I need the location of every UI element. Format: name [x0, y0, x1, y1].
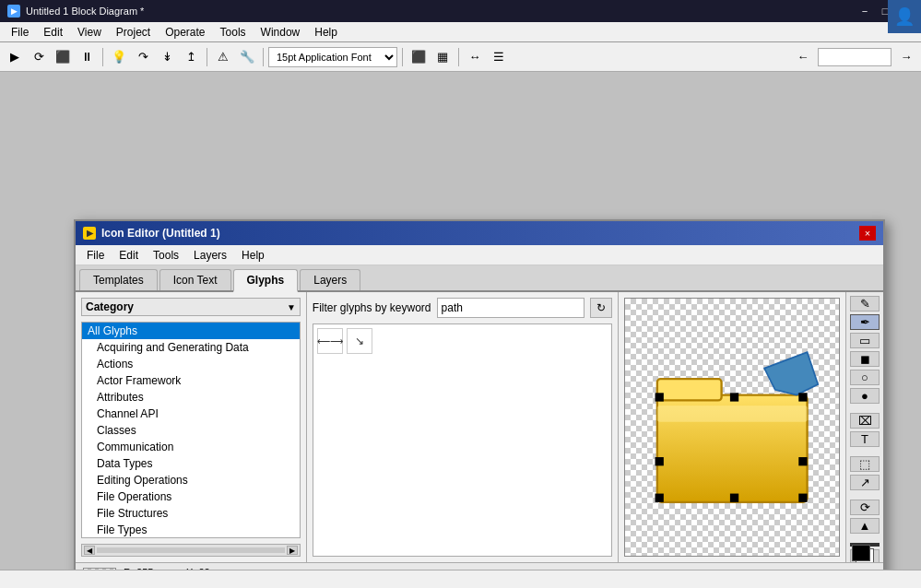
category-item[interactable]: Attributes [82, 389, 300, 406]
icon-editor-dialog: ▶ Icon Editor (Untitled 1) × File Edit T… [74, 219, 885, 588]
filter-refresh-button[interactable]: ↻ [590, 298, 612, 318]
toolbar-pause[interactable]: ⏸ [76, 46, 98, 68]
filter-row: Filter glyphs by keyword ↻ [313, 298, 612, 318]
svg-rect-2 [656, 406, 807, 421]
tab-layers[interactable]: Layers [300, 269, 360, 290]
category-item[interactable]: Acquiring and Generating Data [82, 339, 300, 356]
toolbar-sep4 [402, 48, 403, 66]
category-item[interactable]: Actor Framework [82, 372, 300, 389]
toolbar-run[interactable]: ▶ [4, 46, 26, 68]
tab-glyphs[interactable]: Glyphs [233, 269, 299, 292]
category-label: Category [86, 300, 134, 313]
rect-outline-btn[interactable]: ▭ [850, 333, 880, 348]
tab-templates[interactable]: Templates [79, 269, 158, 290]
font-dropdown[interactable]: 15pt Application Font [268, 47, 397, 67]
ellipse-outline-btn[interactable]: ○ [850, 370, 880, 385]
menu-tools[interactable]: Tools [213, 24, 254, 41]
menu-view[interactable]: View [70, 24, 109, 41]
filter-input[interactable] [437, 298, 584, 318]
dialog-menu-layers[interactable]: Layers [186, 247, 234, 264]
app-title-bar: ▶ Untitled 1 Block Diagram * − □ × [0, 0, 921, 22]
category-item[interactable]: Classes [82, 422, 300, 439]
dialog-close-button[interactable]: × [859, 226, 876, 241]
svg-rect-11 [798, 494, 807, 502]
category-item[interactable]: Editing Operations [82, 472, 300, 488]
menu-file[interactable]: File [4, 24, 36, 41]
toolbar-step-into[interactable]: ↡ [156, 46, 178, 68]
preview-panel [619, 292, 845, 562]
main-toolbar: ▶ ⟳ ⬛ ⏸ 💡 ↷ ↡ ↥ ⚠ 🔧 15pt Application Fon… [0, 42, 921, 72]
eraser-btn[interactable]: ⌧ [850, 413, 880, 429]
dialog-menu-help[interactable]: Help [234, 247, 272, 264]
hscroll-right-btn[interactable]: ▶ [287, 546, 298, 555]
toolbar-align[interactable]: ⬛ [407, 46, 430, 68]
dialog-body: Category ▼ All GlyphsAcquiring and Gener… [76, 292, 883, 562]
toolbar-abort[interactable]: ⬛ [52, 46, 74, 68]
toolbar-highlight[interactable]: 💡 [108, 46, 130, 68]
toolbar-dist[interactable]: ▦ [431, 46, 454, 68]
glyph-panel: Filter glyphs by keyword ↻ ⟵⟶ ↘ [307, 292, 619, 562]
category-item[interactable]: Channel API [82, 406, 300, 422]
selection-btn[interactable]: ⬚ [850, 456, 880, 472]
svg-rect-7 [655, 457, 663, 465]
toolbar-clean[interactable]: 🔧 [236, 46, 258, 68]
main-canvas-area: ▶ Icon Editor (Untitled 1) × File Edit T… [0, 72, 921, 570]
move-btn[interactable]: ↗ [850, 475, 880, 490]
toolbar-warn[interactable]: ⚠ [212, 46, 234, 68]
dialog-menu-tools[interactable]: Tools [146, 247, 186, 264]
search-area: ← → [792, 46, 917, 68]
user-avatar[interactable]: 👤 [888, 0, 921, 33]
menu-edit[interactable]: Edit [36, 24, 70, 41]
dialog-title-left: ▶ Icon Editor (Untitled 1) [83, 227, 220, 240]
glyph-item-diagonal[interactable]: ↘ [347, 328, 372, 354]
dialog-menu-file[interactable]: File [79, 247, 112, 264]
toolbar-step-out[interactable]: ↥ [180, 46, 202, 68]
tab-icon-text[interactable]: Icon Text [159, 269, 231, 290]
menu-project[interactable]: Project [109, 24, 158, 41]
glyph-item-arrows[interactable]: ⟵⟶ [317, 328, 343, 354]
category-item[interactable]: File Structures [82, 505, 300, 522]
rect-fill-btn[interactable]: ◼ [850, 351, 880, 367]
search-input[interactable] [818, 48, 891, 66]
category-header[interactable]: Category ▼ [81, 298, 301, 316]
glyph-area[interactable]: ⟵⟶ ↘ [313, 323, 612, 557]
toolbar-resize[interactable]: ↔ [464, 46, 486, 68]
toolbar-sep3 [263, 48, 264, 66]
category-item[interactable]: Actions [82, 356, 300, 372]
toolbar-step-over[interactable]: ↷ [132, 46, 154, 68]
shape1-btn[interactable]: ⟳ [850, 500, 880, 515]
category-hscrollbar[interactable]: ◀ ▶ [81, 544, 301, 557]
menu-help[interactable]: Help [307, 24, 345, 41]
category-item[interactable]: Data Types [82, 455, 300, 472]
category-list[interactable]: All GlyphsAcquiring and Generating DataA… [81, 322, 301, 538]
search-back-button[interactable]: ← [792, 46, 814, 68]
svg-rect-5 [729, 393, 738, 401]
category-item[interactable]: All Glyphs [82, 323, 300, 339]
minimize-button[interactable]: − [856, 4, 873, 18]
menu-operate[interactable]: Operate [158, 24, 212, 41]
category-item[interactable]: File Operations [82, 488, 300, 505]
menu-window[interactable]: Window [254, 24, 308, 41]
toolbar-run-cont[interactable]: ⟳ [28, 46, 50, 68]
dialog-menu-bar: File Edit Tools Layers Help [76, 245, 883, 265]
search-forward-button[interactable]: → [895, 46, 917, 68]
category-item[interactable]: File Types [82, 522, 300, 538]
title-bar-left: ▶ Untitled 1 Block Diagram * [7, 5, 144, 18]
ellipse-fill-btn[interactable]: ● [850, 388, 880, 404]
preview-svg [625, 299, 839, 556]
pencil-tool-btn[interactable]: ✎ [850, 296, 880, 312]
category-panel: Category ▼ All GlyphsAcquiring and Gener… [76, 292, 307, 562]
color-swatch[interactable] [850, 543, 880, 547]
svg-rect-6 [798, 393, 807, 401]
pen-tool-btn[interactable]: ✒ [850, 314, 880, 330]
category-item[interactable]: Communication [82, 439, 300, 455]
app-title: Untitled 1 Block Diagram * [26, 6, 144, 17]
filter-label: Filter glyphs by keyword [313, 301, 431, 314]
dialog-title-bar: ▶ Icon Editor (Untitled 1) × [76, 221, 883, 245]
toolbar-order[interactable]: ☰ [488, 46, 510, 68]
dialog-menu-edit[interactable]: Edit [112, 247, 146, 264]
text-btn[interactable]: T [850, 431, 880, 447]
hscroll-left-btn[interactable]: ◀ [84, 546, 95, 555]
shape2-btn[interactable]: ▲ [850, 518, 880, 534]
svg-rect-4 [655, 393, 663, 401]
